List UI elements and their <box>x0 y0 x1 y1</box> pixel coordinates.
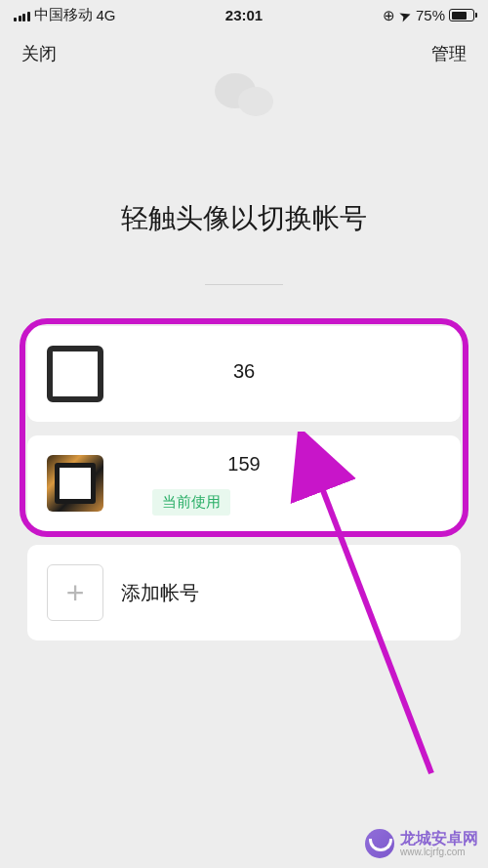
battery-icon <box>449 9 474 21</box>
watermark-name: 龙城安卓网 <box>400 830 478 847</box>
wechat-logo-icon <box>0 69 488 124</box>
avatar <box>47 455 103 512</box>
avatar <box>47 346 103 402</box>
close-button[interactable]: 关闭 <box>21 42 57 65</box>
account-item-current[interactable]: 159 当前使用 <box>27 435 461 531</box>
status-right: ⊕ ➤ 75% <box>383 7 474 24</box>
watermark: 龙城安卓网 www.lcjrfg.com <box>365 829 478 858</box>
network-label: 4G <box>97 7 116 23</box>
signal-icon <box>14 10 30 21</box>
status-left: 中国移动 4G <box>14 6 116 24</box>
divider <box>205 284 283 285</box>
account-name: 36 <box>233 360 255 383</box>
current-badge: 当前使用 <box>152 489 230 516</box>
watermark-icon <box>365 829 394 858</box>
carrier-label: 中国移动 <box>34 6 93 24</box>
account-item[interactable]: 36 <box>27 326 461 422</box>
watermark-url: www.lcjrfg.com <box>400 847 478 857</box>
battery-percent: 75% <box>416 7 445 23</box>
plus-icon: + <box>47 564 103 621</box>
status-bar: 中国移动 4G 23:01 ⊕ ➤ 75% <box>0 0 488 28</box>
battery-fill <box>452 12 468 20</box>
page-title: 轻触头像以切换帐号 <box>0 200 488 237</box>
location-icon: ➤ <box>396 5 414 25</box>
manage-button[interactable]: 管理 <box>431 42 467 65</box>
add-account-item[interactable]: + 添加帐号 <box>27 545 461 641</box>
add-account-label: 添加帐号 <box>121 580 199 606</box>
account-name: 159 <box>227 453 260 475</box>
clock: 23:01 <box>225 7 263 23</box>
account-list: 36 159 当前使用 <box>27 326 461 531</box>
rotation-lock-icon: ⊕ <box>383 7 395 24</box>
